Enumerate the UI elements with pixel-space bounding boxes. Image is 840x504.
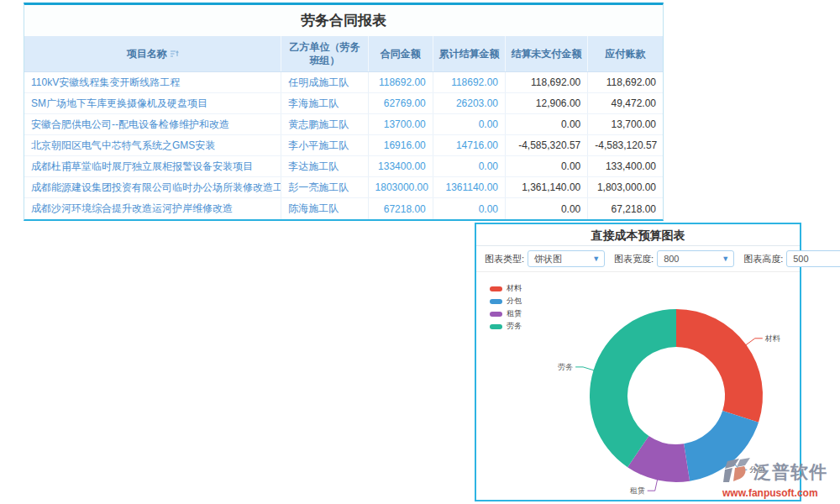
table-row: 110kV安徽线程集变开断线路工程任明成施工队118692.00118692.0… <box>24 72 663 93</box>
slice-label: 劳务 <box>558 363 573 371</box>
unpaid-amount: -4,585,320.57 <box>505 135 587 156</box>
chart-type-select[interactable]: 饼状图 ▼ <box>528 250 605 267</box>
contract-amount: 1803000.00 <box>368 177 433 198</box>
chart-legend: 材料分包租赁劳务 <box>490 282 522 333</box>
chart-width-control: 图表宽度: 800 ▼ <box>614 250 734 267</box>
payable-amount: 1,803,000.00 <box>588 177 663 198</box>
labor-contract-report-panel: 劳务合同报表 项目名称 乙方单位（劳务班组） 合同金额 累计结算金额 结算未支付… <box>24 3 664 221</box>
watermark-url[interactable]: www.fanpusoft.com <box>722 487 840 499</box>
legend-label: 劳务 <box>507 321 522 332</box>
pie-slice-1[interactable] <box>676 309 763 423</box>
chart-height-select[interactable]: 500 ▼ <box>786 250 840 267</box>
project-name-link[interactable]: SM广场地下车库更换摄像机及硬盘项目 <box>24 93 281 114</box>
watermark: 泛普软件 www.fanpusoft.com <box>722 458 840 499</box>
slice-leader-line <box>575 367 594 370</box>
legend-label: 材料 <box>507 283 522 294</box>
contractor-name: 彭一亮施工队 <box>281 177 368 198</box>
sort-icon[interactable] <box>171 48 179 61</box>
legend-item[interactable]: 租赁 <box>490 307 522 320</box>
fanpu-logo-icon <box>722 458 751 486</box>
chart-controls-bar: 图表类型: 饼状图 ▼ 图表宽度: 800 ▼ 图表高度: 500 ▼ <box>476 246 800 272</box>
contractor-name: 陈海施工队 <box>281 198 368 219</box>
legend-swatch <box>490 286 502 291</box>
report-title: 劳务合同报表 <box>24 5 663 36</box>
legend-swatch <box>490 324 502 329</box>
payable-amount: 13,700.00 <box>588 114 663 135</box>
contractor-name: 任明成施工队 <box>281 72 368 93</box>
unpaid-amount: 0.00 <box>505 114 587 135</box>
slice-label: 材料 <box>764 334 780 343</box>
table-row: SM广场地下车库更换摄像机及硬盘项目李海施工队62769.0026203.001… <box>24 93 663 114</box>
contract-amount: 118692.00 <box>368 72 433 93</box>
settled-amount: 26203.00 <box>433 93 505 114</box>
unpaid-amount: 118,692.00 <box>505 72 587 93</box>
table-row: 安徽合肥供电公司--配电设备检修维护和改造黄志鹏施工队13700.000.000… <box>24 114 663 135</box>
chart-type-label: 图表类型: <box>485 253 524 265</box>
unpaid-amount: 0.00 <box>505 198 587 219</box>
project-name-link[interactable]: 成都杜甫草堂临时展厅独立展柜报警设备安装项目 <box>24 156 281 177</box>
table-row: 北京朝阳区电气中芯特气系统之GMS安装李小平施工队16916.0014716.0… <box>24 135 663 156</box>
column-header-project-name[interactable]: 项目名称 <box>24 36 281 72</box>
payable-amount: 133,400.00 <box>588 156 663 177</box>
payable-amount: 49,472.00 <box>588 93 663 114</box>
contractor-name: 李小平施工队 <box>281 135 368 156</box>
settled-amount: 118692.00 <box>433 72 505 93</box>
settled-amount: 0.00 <box>433 156 505 177</box>
payable-amount: -4,583,120.57 <box>588 135 663 156</box>
contract-amount: 13700.00 <box>368 114 433 135</box>
project-name-link[interactable]: 北京朝阳区电气中芯特气系统之GMS安装 <box>24 135 281 156</box>
table-row: 成都杜甫草堂临时展厅独立展柜报警设备安装项目李达施工队133400.000.00… <box>24 156 663 177</box>
chart-width-select[interactable]: 800 ▼ <box>657 250 734 267</box>
slice-leader-line <box>648 480 658 491</box>
labor-contract-table: 项目名称 乙方单位（劳务班组） 合同金额 累计结算金额 结算未支付金额 应付账款… <box>24 36 663 219</box>
unpaid-amount: 1,361,140.00 <box>505 177 587 198</box>
contract-amount: 62769.00 <box>368 93 433 114</box>
column-header-unpaid-amount[interactable]: 结算未支付金额 <box>505 36 587 72</box>
chevron-down-icon: ▼ <box>722 251 729 266</box>
legend-swatch <box>490 299 502 304</box>
legend-swatch <box>490 312 502 317</box>
settled-amount: 14716.00 <box>433 135 505 156</box>
unpaid-amount: 0.00 <box>505 156 587 177</box>
project-name-link[interactable]: 110kV安徽线程集变开断线路工程 <box>24 72 281 93</box>
contract-amount: 67218.00 <box>368 198 433 219</box>
legend-item[interactable]: 材料 <box>490 282 522 295</box>
chart-width-label: 图表宽度: <box>614 253 654 265</box>
project-name-link[interactable]: 成都沙河环境综合提升改造运河护岸维修改造 <box>24 198 281 219</box>
legend-item[interactable]: 分包 <box>490 295 522 307</box>
payable-amount: 118,692.00 <box>588 72 663 93</box>
legend-label: 分包 <box>507 296 522 307</box>
chart-height-control: 图表高度: 500 ▼ <box>743 250 840 267</box>
page: 劳务合同报表 项目名称 乙方单位（劳务班组） 合同金额 累计结算金额 结算未支付… <box>0 0 840 504</box>
contract-amount: 133400.00 <box>368 156 433 177</box>
settled-amount: 0.00 <box>433 114 505 135</box>
watermark-company-name: 泛普软件 <box>753 460 827 484</box>
unpaid-amount: 12,906.00 <box>505 93 587 114</box>
slice-label: 租赁 <box>630 486 645 495</box>
chart-height-label: 图表高度: <box>743 253 783 265</box>
table-row: 成都沙河环境综合提升改造运河护岸维修改造陈海施工队67218.000.000.0… <box>24 198 663 219</box>
contractor-name: 李海施工队 <box>281 93 368 114</box>
contractor-name: 黄志鹏施工队 <box>281 114 368 135</box>
table-header-row: 项目名称 乙方单位（劳务班组） 合同金额 累计结算金额 结算未支付金额 应付账款 <box>24 36 663 72</box>
chart-type-control: 图表类型: 饼状图 ▼ <box>485 250 605 267</box>
table-row: 成都能源建设集团投资有限公司临时办公场所装修改造工程EPC彭一亮施工队18030… <box>24 177 663 198</box>
settled-amount: 1361140.00 <box>433 177 505 198</box>
legend-item[interactable]: 劳务 <box>490 320 522 333</box>
column-header-settled-amount[interactable]: 累计结算金额 <box>433 36 505 72</box>
column-header-payable[interactable]: 应付账款 <box>588 36 663 72</box>
project-name-link[interactable]: 成都能源建设集团投资有限公司临时办公场所装修改造工程EPC <box>24 177 281 198</box>
column-header-contract-amount[interactable]: 合同金额 <box>368 36 433 72</box>
payable-amount: 67,218.00 <box>588 198 663 219</box>
contract-amount: 16916.00 <box>368 135 433 156</box>
slice-leader-line <box>746 339 763 345</box>
chevron-down-icon: ▼ <box>592 251 600 266</box>
column-header-contractor[interactable]: 乙方单位（劳务班组） <box>281 36 368 72</box>
project-name-link[interactable]: 安徽合肥供电公司--配电设备检修维护和改造 <box>24 114 281 135</box>
chart-panel-title: 直接成本预算图表 <box>476 224 800 246</box>
contractor-name: 李达施工队 <box>281 156 368 177</box>
settled-amount: 0.00 <box>433 198 505 219</box>
legend-label: 租赁 <box>507 308 522 319</box>
